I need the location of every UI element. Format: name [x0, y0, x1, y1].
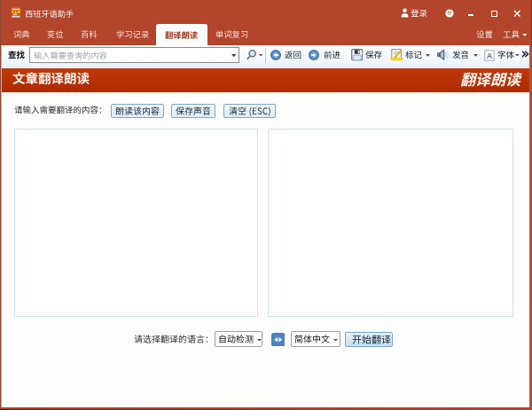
svg-text:A: A: [486, 51, 492, 59]
